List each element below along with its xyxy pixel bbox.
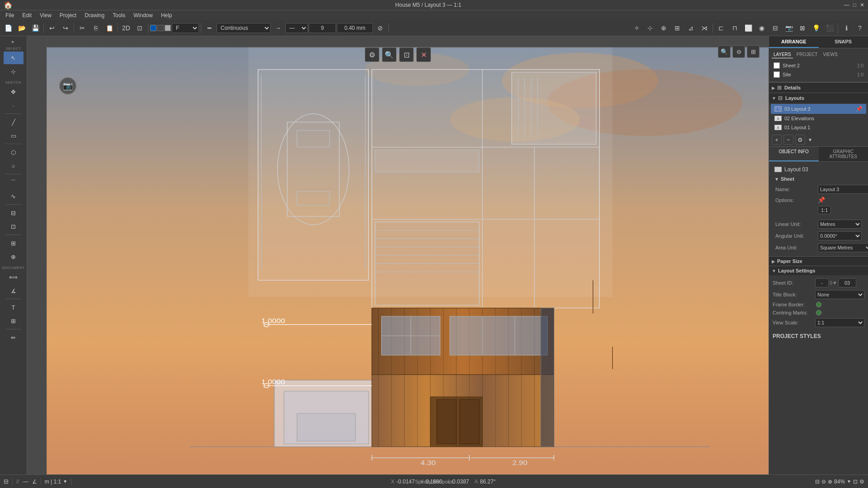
- smart-cursor-button[interactable]: ⊿: [684, 22, 697, 34]
- object-info-tab[interactable]: OBJECT INFO: [769, 147, 819, 161]
- layer-item-site[interactable]: Site 1:0: [772, 70, 865, 79]
- wall-tool-button[interactable]: ⊟: [4, 206, 24, 219]
- hatch-tool-button[interactable]: ⊞: [4, 237, 24, 249]
- layer-color-swatch[interactable]: [150, 25, 156, 31]
- paste-button[interactable]: 📋: [103, 22, 116, 34]
- light-button[interactable]: 💡: [810, 22, 822, 34]
- zoom-fit-canvas-button[interactable]: ⊞: [747, 45, 760, 58]
- name-input[interactable]: [818, 185, 868, 194]
- select-3d-button[interactable]: ⊹: [4, 65, 24, 78]
- arrange-tab[interactable]: ARRANGE: [769, 36, 819, 48]
- view-mode-button[interactable]: ⊡: [133, 22, 146, 34]
- help-btn-right[interactable]: ?: [854, 22, 866, 34]
- status-dash-btn[interactable]: —: [23, 479, 28, 485]
- dim-linear-button[interactable]: ⟺: [4, 271, 24, 283]
- status-angle-btn[interactable]: ∠: [32, 479, 37, 485]
- door-tool-button[interactable]: ⊡: [4, 220, 24, 233]
- sheet-id-num-input[interactable]: [838, 278, 856, 287]
- undo-button[interactable]: ↩: [46, 22, 58, 34]
- menu-drawing[interactable]: Drawing: [81, 11, 108, 19]
- surface-button[interactable]: ⬛: [823, 22, 836, 34]
- layout-settings-header[interactable]: ▼ Layout Settings: [769, 266, 868, 275]
- constraint-button[interactable]: ⋊: [698, 22, 711, 34]
- layout-item-02[interactable]: A 02 Elevations: [771, 114, 866, 123]
- open-button[interactable]: 📂: [15, 22, 28, 34]
- view-3d-button[interactable]: ⬜: [742, 22, 755, 34]
- add-layout-button[interactable]: +: [772, 135, 782, 145]
- line-end-select[interactable]: —: [285, 23, 308, 33]
- draw-rect-button[interactable]: ▭: [4, 129, 24, 142]
- info-button[interactable]: ℹ: [840, 22, 853, 34]
- remove-layout-button[interactable]: −: [783, 135, 793, 145]
- views-tab[interactable]: VIEWS: [821, 51, 839, 58]
- menu-tools[interactable]: Tools: [109, 11, 129, 19]
- zoom-out-canvas-button[interactable]: ⊖: [732, 45, 745, 58]
- view-scale-select[interactable]: 1:1 1:2 1:5 1:10 1:50 1:100: [815, 318, 864, 327]
- line-weight-input[interactable]: [309, 23, 336, 33]
- dim-angular-button[interactable]: ∡: [4, 284, 24, 297]
- menu-edit[interactable]: Edit: [19, 11, 35, 19]
- menu-project[interactable]: Project: [56, 11, 80, 19]
- zoom-out-btn[interactable]: ⊖: [821, 479, 826, 485]
- drawing-canvas[interactable]: 4.30 2.90 1.0000 1.0000 🔍 ⊖: [27, 36, 769, 474]
- draw-spline-button[interactable]: ∿: [4, 190, 24, 202]
- view-section-button[interactable]: ⊟: [769, 22, 782, 34]
- line-weight-icon[interactable]: ⊘: [374, 22, 387, 34]
- maximize-view-button[interactable]: ⊡: [399, 47, 414, 62]
- snap-smart-button[interactable]: ⊕: [657, 22, 670, 34]
- canvas-area[interactable]: 4.30 2.90 1.0000 1.0000 🔍 ⊖: [27, 36, 769, 474]
- status-left-btn[interactable]: ⊟: [4, 478, 9, 485]
- layer-dropdown[interactable]: F: [172, 23, 199, 33]
- close-button[interactable]: ✕: [860, 2, 864, 8]
- angular-unit-select[interactable]: 0.0000° 0.000° 0.00°: [818, 231, 862, 240]
- new-file-button[interactable]: 📄: [2, 22, 14, 34]
- zoom-tool-button[interactable]: 🔍: [382, 47, 396, 62]
- draw-polygon-button[interactable]: ⬡: [4, 146, 24, 159]
- close-view-button[interactable]: ✕: [416, 47, 431, 62]
- view-render-button[interactable]: ◉: [755, 22, 768, 34]
- line-style-select[interactable]: Continuous: [217, 23, 271, 33]
- draw-line-button[interactable]: ╱: [4, 116, 24, 128]
- layouts-header[interactable]: ▼ ⊟ Layouts: [769, 93, 868, 103]
- view-options-btn[interactable]: ⊟: [815, 479, 820, 485]
- layers-tab[interactable]: LAYERS: [772, 51, 793, 58]
- details-header[interactable]: ▶ ⊞ Details: [769, 82, 868, 93]
- section-view-button[interactable]: ⊠: [796, 22, 809, 34]
- symbol-tool-button[interactable]: ⊕: [4, 250, 24, 263]
- project-styles-header[interactable]: PROJECT STYLES: [769, 330, 868, 342]
- cut-button[interactable]: ✂: [76, 22, 89, 34]
- snap-point-button[interactable]: ⊹: [644, 22, 656, 34]
- draw-arc-button[interactable]: ⌒: [4, 176, 24, 189]
- snaps-tab[interactable]: SNAPS: [819, 36, 868, 48]
- snap-angle-button[interactable]: ⟡: [630, 22, 643, 34]
- title-block-select[interactable]: None Standard: [815, 290, 864, 299]
- graphic-attributes-tab[interactable]: GRAPHIC ATTRIBUTES: [819, 147, 868, 161]
- save-button[interactable]: 💾: [29, 22, 42, 34]
- zoom-in-btn[interactable]: ⊕: [828, 479, 832, 485]
- view-camera-button[interactable]: 📷: [783, 22, 795, 34]
- centring-marks-checkbox[interactable]: [816, 310, 821, 315]
- layer-item-sheet2[interactable]: Sheet 2 1:0: [772, 61, 865, 70]
- text-tool-button[interactable]: T: [4, 301, 24, 314]
- view-ortho-button[interactable]: ⊏: [715, 22, 727, 34]
- minimize-button[interactable]: —: [844, 2, 849, 8]
- draw-circle-button[interactable]: ○: [4, 160, 24, 172]
- menu-view[interactable]: View: [36, 11, 55, 19]
- maximize-button[interactable]: □: [853, 2, 856, 8]
- menu-help[interactable]: Help: [157, 11, 176, 19]
- line-weight-value[interactable]: [337, 23, 373, 33]
- zoom-dropdown-btn[interactable]: ▼: [847, 479, 851, 484]
- view-perspective-button[interactable]: ⊓: [728, 22, 741, 34]
- sketch-move-button[interactable]: ✥: [4, 85, 24, 98]
- line-end-button[interactable]: →: [272, 22, 284, 34]
- 2d-3d-toggle[interactable]: 2D: [120, 22, 132, 34]
- sketch-mode-icon[interactable]: 📷: [59, 77, 77, 95]
- copy-button[interactable]: ⎘: [90, 22, 102, 34]
- area-unit-select[interactable]: Square Metres Square Feet Square Centime…: [818, 243, 868, 252]
- mode-dropdown-btn[interactable]: ▼: [63, 479, 67, 484]
- window-controls[interactable]: — □ ✕: [844, 2, 864, 8]
- sheet-section-header[interactable]: ▼ Sheet: [772, 174, 865, 183]
- frame-border-checkbox[interactable]: [816, 302, 821, 307]
- sheet-id-prefix-input[interactable]: [815, 278, 829, 287]
- menu-window[interactable]: Window: [130, 11, 156, 19]
